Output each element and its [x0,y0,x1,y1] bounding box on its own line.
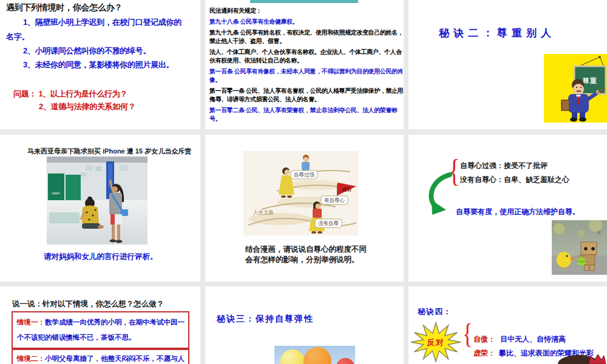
slide-sorter-page: 遇到下列情境时，你会怎么办？ 1、隔壁班小明上学迟到，在校门口登记成你的 名字。… [0,0,607,364]
law-article-100: 第一百条 公民享有肖像权，未经本人同意，不得以营利为目的使用公民的肖像。 [209,67,404,84]
burst-label: 反对 [426,338,445,347]
law-article-98: 第九十八条 公民享有生命健康权。 [209,18,404,26]
slide-4-mother-news: 马来西亚母亲下跪求别买 iPhone 遭 15 岁女儿当众斥责 oppo [0,135,200,281]
item1-label: 自傲： [473,335,495,343]
slide-3-respect-others: 秘诀二：尊重别人 尊重 [409,0,607,129]
yellow-balloon [280,349,305,364]
label-over-esteem: 自尊过强 [294,172,315,178]
store-sign: oppo [52,191,60,195]
item1-text: 目中无人、自恃清高 [500,335,566,343]
orange-balloon [304,347,331,364]
slide1-item1a: 1、隔壁班小明上学迟到，在校门口登记成你的 [23,17,181,28]
slide-1-situations: 遇到下列情境时，你会怎么办？ 1、隔壁班小明上学迟到，在校门口登记成你的 名字。… [0,0,200,129]
slide4-question: 请对妈妈和女儿的言行进行评析。 [44,252,158,262]
slide5-caption-line2: 会有怎样的影响，分别举例说明。 [245,255,359,265]
law-heading: 民法通则有关规定： [209,7,404,15]
slide-7-situations-talk: 说一说：针对以下情境，你怎么想？怎么做？ 情境一：数学成绩一向优秀的小明，在期中… [0,286,200,364]
balloons-photo [274,346,355,364]
life-path-cartoon: 成功 自尊过强 有自尊心 没有自尊 人生之路 [243,151,358,235]
slide-5-esteem-cartoon: 成功 自尊过强 有自尊心 没有自尊 人生之路 [205,135,404,281]
flag-label: 成功 [341,187,351,192]
law-article-legal-person: 法人、个体工商户、个人合伙享有名称权。企业法人、个体工商户、个人合伙有权使用、依… [209,48,404,65]
slide-6-esteem-degree: { 自尊心过强：接受不了批评 没有自尊心：自卑、缺乏羞耻之心 自尊要有度，使用正… [409,135,607,281]
slide1-question1: 问题： 1、以上行为是什么行为？ [13,89,127,99]
item2-label: 虚荣： [473,349,495,357]
right-brace: { [463,318,473,350]
label-life-path: 人生之路 [253,209,274,215]
label-has-esteem: 有自尊心 [324,197,345,203]
slide1-item2: 2、小明课间公然叫你的不雅的绰号。 [23,46,151,56]
slide1-question2: 2、道德与法律的关系如何？ [39,101,135,112]
law-article-101: 第一百零一条 公民、法人享有名誉权，公民的人格尊严受法律保护，禁止用侮辱、诽谤等… [209,87,404,104]
slide1-title: 遇到下列情境时，你会怎么办？ [6,2,123,13]
red-balloon [336,358,354,364]
slide1-item3: 3、未经你的同意，某影楼将你的照片展出。 [23,59,174,70]
slide6-conclusion: 自尊要有度，使用正确方法维护自尊。 [456,207,580,217]
mall-photo: oppo [47,157,148,244]
slide-9-oppose: 秘诀四： 反对 { 自傲：目中无人、自恃清高 虚荣：攀比、追求表面的荣耀和光彩 [409,286,607,364]
label-no-esteem: 没有自尊 [318,220,339,226]
slide-2-civil-law: 民法通则有关规定： 第九十八条 公民享有生命健康权。 第九十九条 公民享有姓名权… [205,0,404,129]
law-text-block: 民法通则有关规定： 第九十八条 公民享有生命健康权。 第九十九条 公民享有姓名权… [209,7,404,126]
situation-2-label: 情境二： [17,355,45,362]
news-headline: 马来西亚母亲下跪求别买 iPhone 遭 15 岁女儿当众斥责 [27,147,191,156]
blackboard-word: 尊重 [582,77,597,84]
teacher-blackboard-image: 尊重 [544,54,607,123]
title-bar-sliver [250,0,358,3]
slide3-title: 秘诀二：尊重别人 [439,26,555,40]
situation-box-2: 情境二：小明父母离婚了，他整天闷闷不乐，不愿与人接 [12,348,189,364]
chick-danbo-photo [552,220,607,275]
law-article-102: 第一百零二条 公民、法人享有荣誉权，禁止非法剥夺公民、法人的荣誉称号。 [209,106,404,123]
situation-box-1: 情境一：数学成绩一向优秀的小明，在期中考试中因一个不该犯的错误懊悔不已，茶饭不思… [12,311,189,350]
slide6-line1: 自尊心过强：接受不了批评 [460,161,548,171]
law-article-99: 第九十九条 公民享有姓名权，有权决定、使用和依照规定改变自己的姓名，禁止他人干涉… [209,29,404,46]
crowned-head-image [555,354,607,364]
slide6-line2: 没有自尊心：自卑、缺乏羞耻之心 [460,175,569,185]
situation-1-label: 情境一： [17,318,45,326]
green-curved-arrow-icon [426,171,452,216]
slide9-title: 秘诀四： [418,306,452,317]
slide7-title: 说一说：针对以下情境，你怎么想？怎么做？ [12,299,164,309]
slide9-item1: 自傲：目中无人、自恃清高 [473,334,566,345]
slide5-caption-line1: 结合漫画，请说说自尊心的程度不同 [245,244,367,255]
slide-8-esteem-elasticity: 秘诀三：保持自尊弹性 [205,286,404,364]
oppose-starburst: 反对 [410,321,462,363]
slide8-title: 秘诀三：保持自尊弹性 [217,314,314,325]
slide1-item1b: 名字。 [6,32,29,42]
